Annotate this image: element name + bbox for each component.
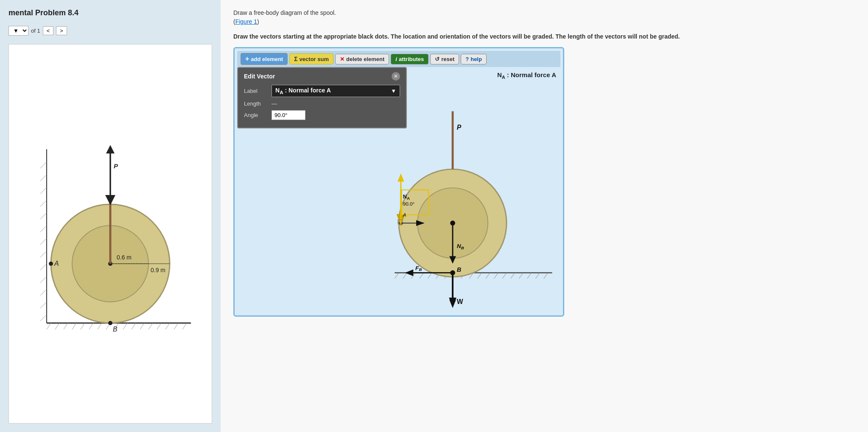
edit-vector-modal: Edit Vector ✕ Label NA : Normal force A … — [237, 67, 407, 128]
length-field-label: Length — [244, 100, 267, 107]
svg-marker-47 — [106, 145, 115, 153]
sigma-icon: Σ — [294, 56, 297, 62]
modal-length-row: Length — — [244, 100, 400, 107]
svg-line-9 — [98, 323, 102, 329]
svg-text:P: P — [457, 124, 462, 131]
svg-text:W: W — [457, 298, 463, 305]
svg-line-24 — [40, 213, 47, 219]
svg-line-68 — [519, 273, 523, 279]
angle-field-label: Angle — [244, 112, 267, 118]
question-icon: ? — [465, 56, 469, 62]
svg-text:0.9 m: 0.9 m — [151, 267, 165, 273]
svg-line-31 — [40, 302, 47, 308]
prev-button[interactable]: < — [43, 26, 54, 35]
next-button[interactable]: > — [56, 26, 67, 35]
svg-line-8 — [89, 323, 93, 329]
svg-line-67 — [511, 273, 515, 279]
vector-sum-button[interactable]: Σ vector sum — [289, 53, 333, 64]
svg-line-26 — [40, 238, 47, 245]
svg-text:P: P — [114, 162, 118, 170]
svg-line-15 — [148, 323, 153, 329]
svg-marker-99 — [449, 298, 456, 307]
figure-of-label: of 1 — [31, 28, 40, 34]
label-dropdown[interactable]: NA : Normal force A ▼ — [272, 85, 400, 97]
vector-label-display: NA : Normal force A — [275, 87, 331, 95]
dropdown-arrow-icon: ▼ — [391, 88, 396, 94]
instruction-line1: Draw a free-body diagram of the spool. — [233, 9, 336, 16]
svg-line-53 — [395, 273, 399, 279]
delete-element-button[interactable]: ✕ delete element — [335, 54, 389, 64]
reset-button[interactable]: ↺ reset — [430, 54, 459, 64]
svg-line-14 — [140, 323, 144, 329]
modal-angle-row: Angle — [244, 110, 400, 120]
svg-text:0.6 m: 0.6 m — [117, 254, 132, 261]
svg-point-35 — [49, 262, 53, 266]
right-panel: Draw a free-body diagram of the spool. (… — [221, 0, 868, 432]
figure-controls: ▼ of 1 < > — [8, 26, 212, 36]
length-value: — — [272, 100, 277, 107]
svg-marker-82 — [398, 173, 404, 182]
diagram-container: + add element Σ vector sum ✕ delete elem… — [233, 47, 564, 317]
svg-line-65 — [494, 273, 498, 279]
svg-line-29 — [40, 276, 47, 283]
svg-line-12 — [123, 323, 127, 329]
svg-line-71 — [544, 273, 548, 279]
svg-text:A: A — [403, 212, 406, 218]
plus-icon: + — [245, 55, 249, 63]
left-diagram-box: A B 0.6 m 0.9 m — [8, 44, 212, 424]
svg-line-16 — [157, 323, 161, 329]
svg-line-66 — [502, 273, 507, 279]
problem-title: mental Problem 8.4 — [8, 8, 212, 17]
svg-text:B: B — [113, 326, 118, 333]
instruction-bold: Draw the vectors starting at the appropr… — [233, 32, 855, 41]
svg-marker-93 — [405, 270, 414, 276]
figure-link[interactable]: Figure 1 — [235, 18, 257, 25]
modal-close-button[interactable]: ✕ — [392, 72, 400, 81]
svg-point-37 — [108, 321, 112, 325]
label-field-label: Label — [244, 88, 267, 94]
svg-line-21 — [40, 175, 47, 181]
info-icon: i — [395, 56, 397, 62]
svg-line-20 — [40, 162, 47, 168]
svg-line-17 — [165, 323, 170, 329]
svg-line-30 — [40, 289, 47, 295]
svg-line-19 — [182, 323, 187, 329]
modal-title: Edit Vector — [244, 73, 275, 80]
modal-label-row: Label NA : Normal force A ▼ — [244, 85, 400, 97]
svg-line-18 — [174, 323, 178, 329]
help-button[interactable]: ? help — [461, 54, 487, 64]
figure-select[interactable]: ▼ — [8, 26, 28, 36]
modal-header: Edit Vector ✕ — [244, 72, 400, 81]
svg-line-13 — [132, 323, 136, 329]
svg-line-23 — [40, 200, 47, 206]
svg-line-70 — [535, 273, 540, 279]
svg-line-54 — [403, 273, 407, 279]
toolbar: + add element Σ vector sum ✕ delete elem… — [237, 51, 560, 67]
left-panel: mental Problem 8.4 ▼ of 1 < > — [0, 0, 221, 432]
svg-line-69 — [527, 273, 532, 279]
angle-input[interactable] — [272, 110, 305, 120]
svg-line-56 — [420, 273, 424, 279]
svg-line-7 — [81, 323, 85, 329]
svg-text:90.0°: 90.0° — [403, 201, 415, 206]
svg-line-4 — [55, 323, 59, 329]
instruction-block: Draw a free-body diagram of the spool. (… — [233, 8, 855, 26]
left-spool-diagram: A B 0.6 m 0.9 m — [21, 107, 199, 361]
reset-icon: ↺ — [435, 56, 440, 62]
svg-text:A: A — [54, 260, 59, 267]
svg-line-5 — [64, 323, 68, 329]
svg-line-25 — [40, 226, 47, 232]
add-element-button[interactable]: + add element — [241, 53, 288, 65]
svg-line-27 — [40, 251, 47, 257]
attributes-button[interactable]: i attributes — [391, 54, 428, 64]
svg-line-6 — [72, 323, 76, 329]
svg-line-63 — [478, 273, 482, 279]
svg-line-3 — [47, 323, 51, 329]
x-icon: ✕ — [340, 56, 344, 62]
svg-line-28 — [40, 264, 47, 270]
svg-line-64 — [486, 273, 490, 279]
svg-text:B: B — [457, 266, 462, 273]
drawing-area[interactable]: Edit Vector ✕ Label NA : Normal force A … — [237, 67, 560, 313]
svg-line-22 — [40, 187, 47, 194]
svg-line-57 — [428, 273, 432, 279]
